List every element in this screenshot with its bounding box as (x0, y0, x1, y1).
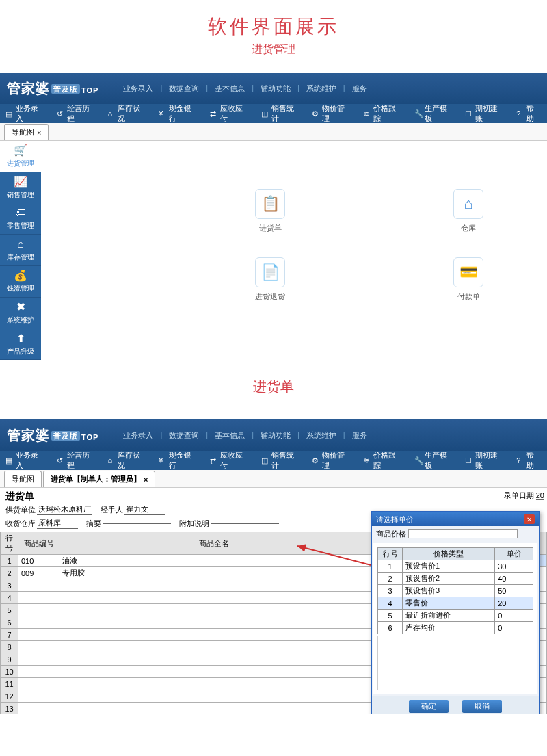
col-header[interactable]: 行号 (378, 548, 403, 560)
table-row[interactable]: 6库存均价0 (378, 622, 533, 634)
cell[interactable]: 8 (1, 641, 18, 653)
cell[interactable]: 0 (495, 622, 533, 634)
cell[interactable] (59, 592, 369, 604)
menu-item[interactable]: 辅助功能 (256, 430, 295, 441)
menu-item[interactable]: 业务录入 (119, 83, 157, 94)
cell[interactable] (59, 616, 369, 629)
toolbar-help[interactable]: ?帮助 (511, 450, 547, 471)
cell[interactable]: 5 (1, 604, 18, 616)
cell[interactable]: 零售价 (403, 597, 495, 610)
cell[interactable]: 5 (378, 610, 403, 622)
cell[interactable]: 4 (378, 597, 403, 610)
toolbar-swap[interactable]: ⇄应收应付 (204, 103, 256, 124)
cell[interactable] (59, 666, 369, 678)
sidebar-item-sales[interactable]: 📈销售管理 (0, 172, 41, 204)
note-value[interactable] (211, 523, 279, 524)
toolbar-history[interactable]: ↺经营历程 (51, 103, 103, 124)
cell[interactable]: 专用胶 (59, 567, 369, 579)
toolbar-chart[interactable]: ◫销售统计 (256, 103, 307, 124)
cell[interactable]: 最近折前进价 (403, 610, 495, 622)
col-header[interactable]: 行号 (1, 532, 18, 555)
sidebar-item-sys[interactable]: ✖系统维护 (0, 298, 41, 329)
table-row[interactable]: 1预设售价130 (378, 560, 533, 573)
card-purchase-return[interactable]: 📄进货退货 (246, 257, 294, 302)
menu-item[interactable]: 基本信息 (211, 83, 249, 94)
dialog-field-input[interactable] (408, 529, 518, 538)
sidebar-item-purchase[interactable]: 🛒进货管理 (0, 141, 41, 172)
cell[interactable]: 10 (1, 666, 18, 678)
col-header[interactable]: 单价 (495, 548, 533, 560)
cell[interactable]: 2 (378, 573, 403, 585)
cell[interactable]: 预设售价2 (403, 573, 495, 585)
toolbar-track[interactable]: ≋价格跟踪 (358, 103, 409, 124)
cell[interactable] (18, 592, 59, 604)
menu-item[interactable]: 数据查询 (165, 83, 203, 94)
close-icon[interactable]: × (144, 475, 148, 484)
col-header[interactable]: 商品全名 (59, 532, 369, 555)
cell[interactable]: 2 (1, 567, 18, 579)
toolbar-doc[interactable]: ▤业务录入 (0, 103, 51, 124)
toolbar-swap[interactable]: ⇄应收应付 (204, 450, 256, 471)
cell[interactable]: 12 (1, 690, 18, 703)
cell[interactable]: 3 (378, 585, 403, 597)
cell[interactable] (18, 604, 59, 616)
input-date-value[interactable]: 20 (536, 491, 544, 500)
menu-item[interactable]: 系统维护 (302, 83, 341, 94)
menu-item[interactable]: 服务 (348, 83, 371, 94)
cell[interactable]: 0 (495, 610, 533, 622)
toolbar-doc[interactable]: ▤业务录入 (0, 450, 51, 471)
cell[interactable]: 1 (1, 555, 18, 567)
card-purchase-order[interactable]: 📋进货单 (246, 189, 294, 233)
menu-item[interactable]: 数据查询 (165, 430, 203, 441)
toolbar-history[interactable]: ↺经营历程 (51, 450, 103, 471)
toolbar-cal[interactable]: ☐期初建账 (459, 103, 511, 124)
cell[interactable] (59, 641, 369, 653)
cell[interactable] (18, 629, 59, 641)
toolbar-money[interactable]: ¥现金银行 (153, 103, 204, 124)
cell[interactable] (18, 653, 59, 666)
cell[interactable]: 库存均价 (403, 622, 495, 634)
toolbar-home[interactable]: ⌂库存状况 (102, 103, 153, 124)
cell[interactable] (18, 641, 59, 653)
cell[interactable] (18, 703, 59, 714)
toolbar-gear[interactable]: ⚙物价管理 (306, 450, 358, 471)
cell[interactable]: 40 (495, 573, 533, 585)
table-row[interactable]: 5最近折前进价0 (378, 610, 533, 622)
cell[interactable] (18, 666, 59, 678)
cell[interactable] (59, 690, 369, 703)
cell[interactable]: 油漆 (59, 555, 369, 567)
cell[interactable]: 13 (1, 703, 18, 714)
toolbar-track[interactable]: ≋价格跟踪 (358, 450, 409, 471)
card-payment[interactable]: 💳付款单 (444, 257, 492, 302)
summary-value[interactable] (103, 523, 171, 524)
cell[interactable]: 6 (1, 616, 18, 629)
cell[interactable] (18, 690, 59, 703)
toolbar-help[interactable]: ?帮助 (511, 103, 547, 124)
cell[interactable] (18, 616, 59, 629)
toolbar-wrench[interactable]: 🔧生产模板 (409, 103, 460, 124)
dialog-table[interactable]: 行号价格类型单价 1预设售价1302预设售价2403预设售价3504零售价205… (377, 547, 533, 634)
dialog-close-button[interactable]: ✕ (524, 514, 535, 524)
handler-value[interactable]: 崔力文 (124, 504, 165, 515)
cell[interactable]: 009 (18, 567, 59, 579)
cell[interactable] (59, 604, 369, 616)
sidebar-item-upgrade[interactable]: ⬆产品升级 (0, 328, 41, 360)
cell[interactable]: 6 (378, 622, 403, 634)
cell[interactable]: 3 (1, 579, 18, 592)
toolbar-cal[interactable]: ☐期初建账 (459, 450, 511, 471)
supplier-value[interactable]: 沃玛松木原料厂 (37, 504, 92, 515)
toolbar-wrench[interactable]: 🔧生产模板 (409, 450, 460, 471)
toolbar-home[interactable]: ⌂库存状况 (102, 450, 153, 471)
cell[interactable] (18, 678, 59, 690)
cell[interactable]: 4 (1, 592, 18, 604)
cell[interactable]: 7 (1, 629, 18, 641)
menu-item[interactable]: 辅助功能 (256, 83, 295, 94)
warehouse-value[interactable]: 原料库 (37, 518, 78, 529)
tab-purchase-order[interactable]: 进货单【制单人：管理员】 × (43, 471, 155, 487)
menu-item[interactable]: 业务录入 (119, 430, 157, 441)
sidebar-item-cash[interactable]: 💰钱流管理 (0, 266, 41, 298)
toolbar-gear[interactable]: ⚙物价管理 (306, 103, 358, 124)
sidebar-item-retail[interactable]: 🏷零售管理 (0, 203, 41, 235)
col-header[interactable]: 价格类型 (403, 548, 495, 560)
close-icon[interactable]: × (37, 129, 41, 137)
